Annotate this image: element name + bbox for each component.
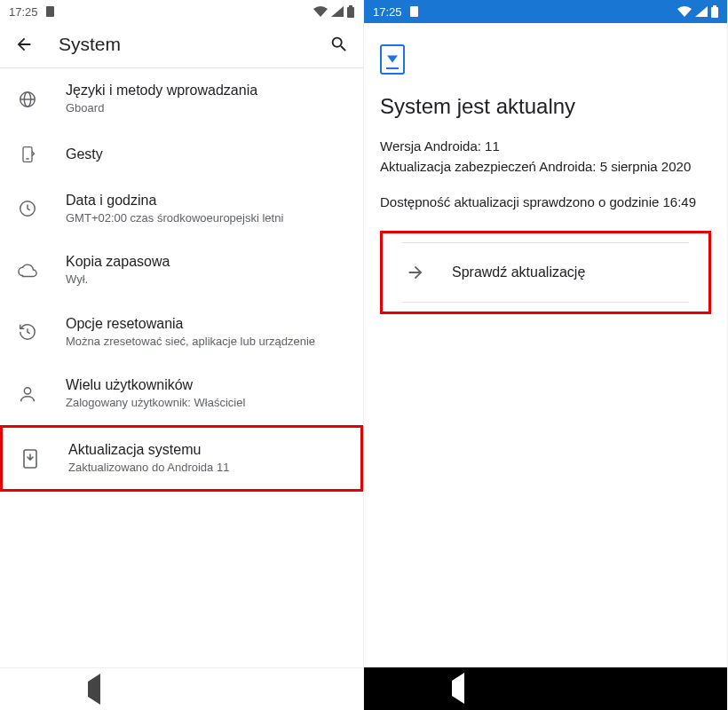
settings-item-datetime[interactable]: Data i godzina GMT+02:00 czas środkowoeu… xyxy=(0,178,363,241)
svg-rect-11 xyxy=(711,7,718,18)
system-update-icon xyxy=(380,44,405,75)
search-icon[interactable] xyxy=(329,35,349,54)
page-title: System xyxy=(59,34,305,55)
svg-rect-6 xyxy=(23,146,32,162)
settings-item-gestures[interactable]: Gesty xyxy=(0,130,363,178)
item-sub: Wył. xyxy=(66,272,170,288)
svg-rect-0 xyxy=(46,6,54,17)
last-checked-line: Dostępność aktualizacji sprawdzono o god… xyxy=(380,193,711,213)
svg-rect-1 xyxy=(347,7,354,18)
check-update-highlight: Sprawdź aktualizację xyxy=(380,231,711,314)
nav-bar xyxy=(0,667,363,710)
settings-list: Języki i metody wprowadzania Gboard Gest… xyxy=(0,68,363,667)
notification-icon xyxy=(45,5,55,18)
header: System xyxy=(0,23,363,67)
status-time: 17:25 xyxy=(373,5,402,19)
settings-item-backup[interactable]: Kopia zapasowa Wył. xyxy=(0,240,363,302)
svg-point-8 xyxy=(24,388,30,394)
item-title: Kopia zapasowa xyxy=(66,254,170,270)
nav-back-icon[interactable] xyxy=(88,682,100,698)
item-sub: Gboard xyxy=(66,100,257,116)
check-update-button[interactable]: Sprawdź aktualizację xyxy=(402,242,689,303)
item-title: Data i godzina xyxy=(66,193,283,209)
item-title: Opcje resetowania xyxy=(66,316,315,332)
status-bar: 17:25 xyxy=(0,0,363,23)
phone-right: 17:25 System jest aktualny Wersja Androi… xyxy=(364,0,728,710)
status-time: 17:25 xyxy=(9,5,38,19)
battery-icon xyxy=(347,5,354,18)
check-update-label: Sprawdź aktualizację xyxy=(452,264,585,280)
status-bar: 17:25 xyxy=(364,0,727,23)
svg-rect-12 xyxy=(713,5,716,7)
person-icon xyxy=(18,384,37,404)
wifi-icon xyxy=(313,6,328,17)
gestures-icon xyxy=(18,145,37,164)
update-version-info: Wersja Androida: 11 Aktualizacja zabezpi… xyxy=(380,137,711,177)
item-title: Aktualizacja systemu xyxy=(68,442,229,458)
signal-icon xyxy=(695,6,708,17)
notification-icon xyxy=(409,5,419,18)
item-sub: GMT+02:00 czas środkowoeuropejski letni xyxy=(66,210,283,226)
nav-bar xyxy=(364,667,727,710)
globe-icon xyxy=(18,90,37,109)
phone-left: 17:25 System xyxy=(0,0,364,710)
item-sub: Można zresetować sieć, aplikacje lub urz… xyxy=(66,334,315,350)
arrow-right-icon xyxy=(406,263,425,282)
system-update-icon xyxy=(20,448,40,469)
android-version-line: Wersja Androida: 11 xyxy=(380,137,711,157)
clock-icon xyxy=(18,199,37,218)
item-sub: Zaktualizowano do Androida 11 xyxy=(68,460,229,476)
cloud-icon xyxy=(18,263,37,279)
update-title: System jest aktualny xyxy=(380,94,711,119)
item-title: Gesty xyxy=(66,146,103,162)
back-icon[interactable] xyxy=(14,35,34,54)
battery-icon xyxy=(711,5,718,18)
svg-rect-10 xyxy=(410,6,418,17)
settings-item-multiuser[interactable]: Wielu użytkowników Zalogowany użytkownik… xyxy=(0,363,363,425)
restore-icon xyxy=(18,322,37,342)
settings-item-reset[interactable]: Opcje resetowania Można zresetować sieć,… xyxy=(0,302,363,364)
item-title: Wielu użytkowników xyxy=(66,377,245,393)
item-sub: Zalogowany użytkownik: Właściciel xyxy=(66,395,245,411)
wifi-icon xyxy=(677,6,692,17)
item-title: Języki i metody wprowadzania xyxy=(66,83,257,99)
settings-item-system-update[interactable]: Aktualizacja systemu Zaktualizowano do A… xyxy=(0,425,363,493)
svg-rect-2 xyxy=(349,5,352,7)
security-patch-line: Aktualizacja zabezpieczeń Androida: 5 si… xyxy=(380,157,711,178)
nav-back-icon[interactable] xyxy=(452,681,464,697)
update-screen: System jest aktualny Wersja Androida: 11… xyxy=(364,23,727,667)
settings-item-languages[interactable]: Języki i metody wprowadzania Gboard xyxy=(0,68,363,130)
signal-icon xyxy=(331,6,344,17)
